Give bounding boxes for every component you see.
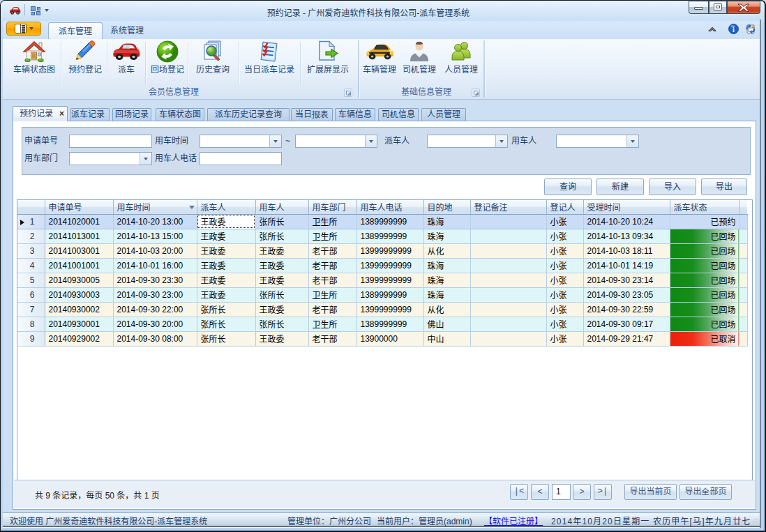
- svg-text:i: i: [733, 26, 735, 33]
